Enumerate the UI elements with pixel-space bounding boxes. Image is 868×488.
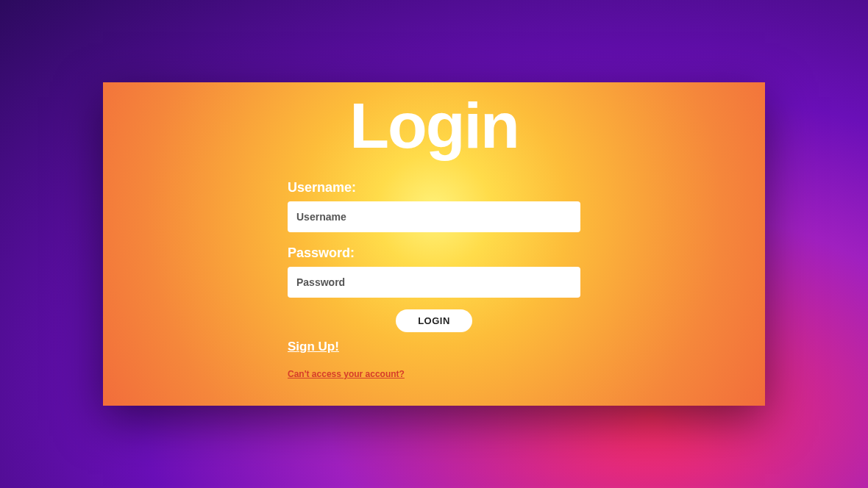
password-label: Password: [288, 245, 580, 261]
username-input[interactable] [288, 201, 580, 232]
username-label: Username: [288, 180, 580, 195]
login-form: Username: Password: LOGIN Sign Up! Can't… [288, 180, 580, 379]
login-card: Login Username: Password: LOGIN Sign Up!… [103, 82, 765, 406]
login-button[interactable]: LOGIN [396, 309, 472, 332]
page-title: Login [103, 93, 765, 158]
forgot-password-link[interactable]: Can't access your account? [288, 369, 580, 379]
submit-row: LOGIN [288, 309, 580, 332]
signup-link[interactable]: Sign Up! [288, 340, 339, 354]
password-input[interactable] [288, 267, 580, 298]
